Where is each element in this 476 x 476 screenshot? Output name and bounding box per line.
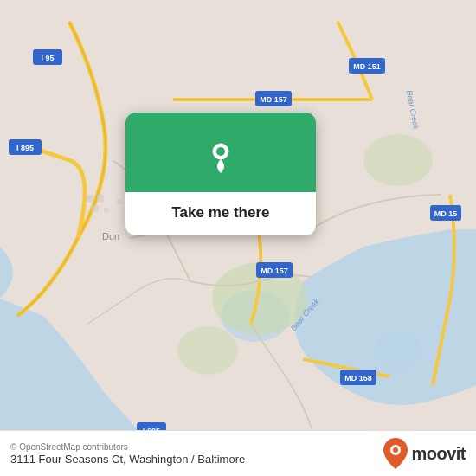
svg-text:MD 157: MD 157 <box>261 267 288 275</box>
svg-rect-26 <box>87 195 93 202</box>
bottom-bar-left: © OpenStreetMap contributors 3111 Four S… <box>10 442 245 466</box>
map-container: I 95 MD 157 MD 151 I 895 MD 157 MD 157 M… <box>0 0 476 476</box>
svg-point-3 <box>177 326 238 375</box>
svg-text:MD 158: MD 158 <box>344 374 372 383</box>
svg-text:MD 157: MD 157 <box>260 95 287 104</box>
svg-rect-27 <box>97 195 104 202</box>
popup-card: Take me there <box>125 113 316 235</box>
svg-point-1 <box>374 331 422 370</box>
svg-text:I 895: I 895 <box>16 144 34 152</box>
moovit-pin-icon <box>383 438 408 469</box>
bottom-bar: © OpenStreetMap contributors 3111 Four S… <box>0 430 476 476</box>
take-me-there-button[interactable]: Take me there <box>156 192 285 235</box>
svg-rect-30 <box>117 199 122 204</box>
location-pin-icon <box>198 132 243 177</box>
svg-point-35 <box>393 447 398 453</box>
copyright-text: © OpenStreetMap contributors <box>10 442 245 452</box>
svg-text:Bear Creek: Bear Creek <box>405 90 421 131</box>
svg-text:MD 15: MD 15 <box>434 209 458 218</box>
svg-text:MD 151: MD 151 <box>353 62 381 71</box>
svg-point-33 <box>216 147 225 156</box>
svg-rect-28 <box>92 205 99 212</box>
map-svg: I 95 MD 157 MD 151 I 895 MD 157 MD 157 M… <box>0 0 476 476</box>
svg-point-4 <box>363 134 433 186</box>
popup-icon-area <box>125 113 316 192</box>
svg-text:Dun: Dun <box>102 231 119 241</box>
moovit-logo: moovit <box>383 438 466 469</box>
svg-rect-29 <box>104 208 109 213</box>
moovit-wordmark: moovit <box>411 444 466 464</box>
address-text: 3111 Four Seasons Ct, Washington / Balti… <box>10 453 245 466</box>
svg-text:I 95: I 95 <box>41 54 54 62</box>
